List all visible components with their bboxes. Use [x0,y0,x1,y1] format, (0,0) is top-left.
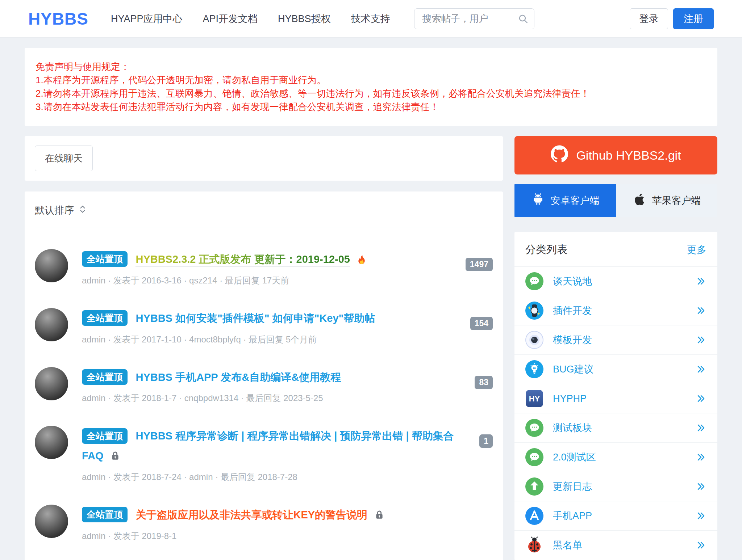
thread-title-link[interactable]: HYBBS2.3.2 正式版发布 更新于：2019-12-05 [136,253,350,267]
avatar[interactable] [35,426,68,459]
main-column: 在线聊天 默认排序 全站置顶 H [25,136,503,560]
site-logo[interactable]: HYBBS [28,9,88,29]
disclaimer-line: 3.请勿在本站发表任何违法犯罪活动行为内容，如有发现一律配合公安机关调查，追究法… [36,100,706,114]
avatar[interactable] [35,367,68,400]
category-item[interactable]: 手机APP [514,501,717,530]
category-label: 2.0测试区 [553,451,696,464]
hy-logo-icon: HY [525,390,543,408]
svg-text:m: m [533,366,536,370]
reply-count-badge: 1 [479,434,493,448]
watch-icon [525,302,543,320]
android-button-label: 安卓客户端 [551,194,600,207]
thread-meta: admin · 发表于 2017-1-10 · 4moct8bplyfq · 最… [82,334,457,345]
thread-row: 全站置顶 HYBBS2.3.2 正式版发布 更新于：2019-12-05 adm… [35,249,493,286]
avatar[interactable] [35,249,68,282]
android-client-button[interactable]: 安卓客户端 [514,184,616,217]
app-store-icon [525,507,543,525]
category-label: BUG建议 [553,363,696,376]
sidebar: Github HYBBS2.git [514,136,717,560]
thread-body: 全站置顶 HYBBS2.3.2 正式版发布 更新于：2019-12-05 adm… [82,249,466,286]
fire-icon [356,253,367,265]
category-item[interactable]: 黑名单 [514,530,717,560]
category-label: 模板开发 [553,333,696,346]
reply-count-badge: 83 [475,376,493,389]
login-button[interactable]: 登录 [630,8,668,29]
search-icon[interactable] [518,13,529,24]
pinned-badge: 全站置顶 [82,310,128,326]
pinned-badge: 全站置顶 [82,369,128,385]
category-item[interactable]: 更新日志 [514,472,717,501]
category-item[interactable]: 2.0测试区 [514,442,717,472]
android-icon [531,193,545,209]
thread-title-link[interactable]: HYBBS 手机APP 发布&自助编译&使用教程 [136,371,341,383]
thread-meta: admin · 发表于 2018-1-7 · cnqbpdw1314 · 最后回… [82,392,462,404]
ladybug-icon [525,536,543,554]
thread-title-link[interactable]: HYBBS 程序异常诊断 | 程序异常出错解决 | 预防异常出错 | 帮助集合 … [82,430,454,462]
bulb-icon: m [525,360,543,378]
category-panel-title: 分类列表 [525,243,567,257]
thread-row: 全站置顶 关于盗版应用以及非法共享或转让KEY的警告说明 admin · 发表于… [35,505,493,542]
apple-button-label: 苹果客户端 [652,194,701,207]
thread-title-link[interactable]: HYBBS 如何安装"插件模板" 如何申请"Key"帮助帖 [136,312,375,324]
thread-meta: admin · 发表于 2019-8-1 [82,530,480,542]
thread-body: 全站置顶 HYBBS 程序异常诊断 | 程序异常出错解决 | 预防异常出错 | … [82,426,479,483]
pinned-badge: 全站置顶 [82,428,128,444]
nav-item-api-docs[interactable]: API开发文档 [203,12,258,25]
double-chevron-icon [696,364,706,375]
sort-control[interactable]: 默认排序 [35,202,493,227]
category-label: 插件开发 [553,304,696,317]
disclaimer-notice: 免责声明与使用规定： 1.本程序为开源程序，代码公开透明无加密，请勿私自用于商业… [25,48,717,126]
lock-icon [374,509,385,521]
category-label: 谈天说地 [553,275,696,288]
category-label: 手机APP [553,509,696,522]
category-label: 更新日志 [553,480,696,493]
sort-arrows-icon [78,204,88,217]
category-item[interactable]: HY HYPHP [514,384,717,413]
search-input[interactable] [414,8,534,29]
nav-item-hyapp[interactable]: HYAPP应用中心 [111,12,183,25]
category-item[interactable]: 测试板块 [514,413,717,442]
apple-client-button[interactable]: 苹果客户端 [616,184,717,217]
divider [35,227,493,227]
pinned-badge: 全站置顶 [82,251,128,267]
auth-buttons: 登录 注册 [630,8,714,29]
category-item[interactable]: 插件开发 [514,296,717,325]
thread-row: 全站置顶 HYBBS 手机APP 发布&自助编译&使用教程 admin · 发表… [35,367,493,404]
nav-item-support[interactable]: 技术支持 [351,12,390,25]
more-link[interactable]: 更多 [687,243,706,256]
register-button[interactable]: 注册 [673,8,714,29]
green-chat-icon [525,419,543,437]
app-download-row: 安卓客户端 苹果客户端 [514,184,717,217]
green-chat-icon [525,272,543,290]
thread-row: 全站置顶 HYBBS 如何安装"插件模板" 如何申请"Key"帮助帖 admin… [35,308,493,345]
double-chevron-icon [696,422,706,433]
double-chevron-icon [696,305,706,316]
thread-list: 全站置顶 HYBBS2.3.2 正式版发布 更新于：2019-12-05 adm… [35,249,493,560]
thread-title-link[interactable]: 关于盗版应用以及非法共享或转让KEY的警告说明 [136,509,367,521]
avatar[interactable] [35,308,68,341]
top-navigation-bar: HYBBS HYAPP应用中心 API开发文档 HYBBS授权 技术支持 登录 … [0,0,742,38]
apple-icon [633,193,646,209]
double-chevron-icon [696,452,706,463]
category-label: 黑名单 [553,539,696,552]
github-button-label: Github HYBBS2.git [576,148,681,163]
category-item[interactable]: 谈天说地 [514,267,717,296]
category-label: 测试板块 [553,421,696,434]
category-item[interactable]: 模板开发 [514,325,717,354]
online-chat-button[interactable]: 在线聊天 [35,146,93,171]
category-item[interactable]: m BUG建议 [514,354,717,384]
disclaimer-line: 2.请勿将本开源程序用于违法、互联网暴力、铯情、政治敏感、等一切违法行为，如有违… [36,87,706,100]
green-chat-icon [525,448,543,466]
thread-list-card: 默认排序 全站置顶 HYBBS2.3.2 正式版发布 更新于：2019-12-0… [25,191,503,560]
double-chevron-icon [696,393,706,404]
svg-text:HY: HY [529,394,540,403]
github-icon [551,145,568,165]
avatar[interactable] [35,505,68,538]
double-chevron-icon [696,276,706,287]
camera-lens-icon [525,331,543,349]
nav-item-license[interactable]: HYBBS授权 [278,12,331,25]
github-button[interactable]: Github HYBBS2.git [514,136,717,174]
thread-body: 全站置顶 关于盗版应用以及非法共享或转让KEY的警告说明 admin · 发表于… [82,505,493,542]
lock-icon [109,450,121,462]
chat-card: 在线聊天 [25,136,503,181]
